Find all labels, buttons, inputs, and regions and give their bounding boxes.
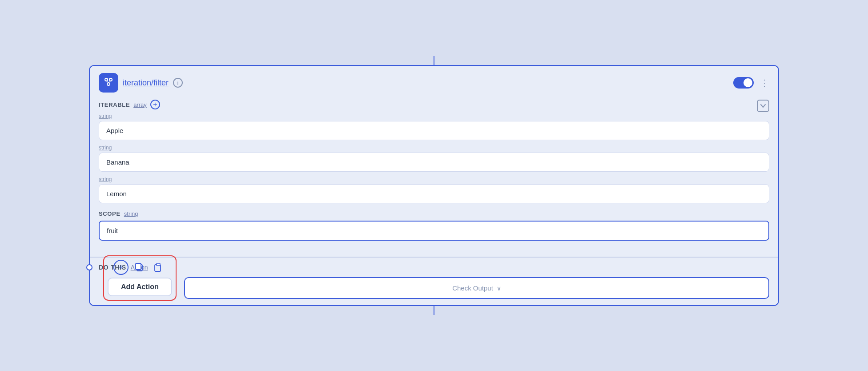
scope-header: SCOPE string bbox=[99, 210, 769, 217]
header-right: ⋮ bbox=[733, 77, 769, 89]
item-1-sublabel: string bbox=[99, 145, 769, 151]
check-output-chevron-icon: ∨ bbox=[497, 285, 501, 292]
iterable-type[interactable]: array bbox=[133, 101, 147, 108]
check-output-text: Check Output bbox=[452, 284, 493, 292]
main-card: iteration/filter i ⋮ ITERABLE array bbox=[89, 65, 779, 306]
paste-button[interactable] bbox=[151, 260, 166, 275]
add-item-button[interactable]: + bbox=[113, 260, 129, 275]
popup-icons-row: + bbox=[113, 260, 166, 275]
item-1-input[interactable] bbox=[99, 153, 769, 172]
iterable-item-2: string bbox=[99, 176, 769, 203]
svg-rect-6 bbox=[136, 263, 141, 270]
svg-point-1 bbox=[109, 78, 112, 81]
bottom-area: Do this Action + bbox=[90, 258, 778, 305]
iterable-label: ITERABLE bbox=[99, 101, 130, 108]
iterable-section: ITERABLE array + string string bbox=[99, 100, 769, 203]
iterable-header: ITERABLE array + bbox=[99, 100, 160, 109]
item-0-sublabel: string bbox=[99, 113, 769, 119]
svg-rect-8 bbox=[157, 263, 160, 266]
svg-line-4 bbox=[108, 81, 111, 83]
collapse-button[interactable] bbox=[757, 100, 769, 112]
scope-label: SCOPE bbox=[99, 210, 121, 217]
header-title[interactable]: iteration/filter bbox=[123, 78, 169, 88]
bottom-row: Check Output ∨ bbox=[90, 277, 778, 305]
scope-input[interactable] bbox=[100, 222, 768, 240]
iteration-filter-icon bbox=[103, 76, 114, 90]
card-bottom: Do this Action bbox=[90, 258, 778, 277]
iterable-item-0: string bbox=[99, 113, 769, 140]
card-body: ITERABLE array + string string bbox=[90, 100, 778, 257]
item-2-input[interactable] bbox=[99, 184, 769, 203]
scope-section: SCOPE string bbox=[99, 210, 769, 241]
item-0-input[interactable] bbox=[99, 121, 769, 140]
iterable-item-1: string bbox=[99, 145, 769, 172]
more-menu-icon[interactable]: ⋮ bbox=[760, 77, 769, 88]
item-2-sublabel: string bbox=[99, 176, 769, 182]
toggle-knob bbox=[743, 78, 752, 87]
add-action-button[interactable]: Add Action bbox=[108, 278, 172, 296]
toggle-switch[interactable] bbox=[733, 77, 754, 89]
connector-dot bbox=[86, 264, 92, 270]
scope-type[interactable]: string bbox=[124, 210, 138, 217]
check-output-bar[interactable]: Check Output ∨ bbox=[184, 277, 769, 299]
card-header: iteration/filter i ⋮ bbox=[90, 66, 778, 100]
svg-point-0 bbox=[105, 78, 108, 81]
scope-input-wrapper bbox=[99, 221, 769, 241]
copy-button[interactable] bbox=[132, 260, 147, 275]
header-left: iteration/filter i bbox=[99, 73, 183, 93]
svg-point-2 bbox=[107, 83, 110, 85]
logo-box bbox=[99, 73, 118, 93]
add-iterable-button[interactable]: + bbox=[150, 100, 160, 109]
add-action-popup: + Add Action bbox=[103, 255, 177, 301]
svg-line-3 bbox=[106, 81, 108, 83]
info-icon[interactable]: i bbox=[173, 78, 183, 88]
